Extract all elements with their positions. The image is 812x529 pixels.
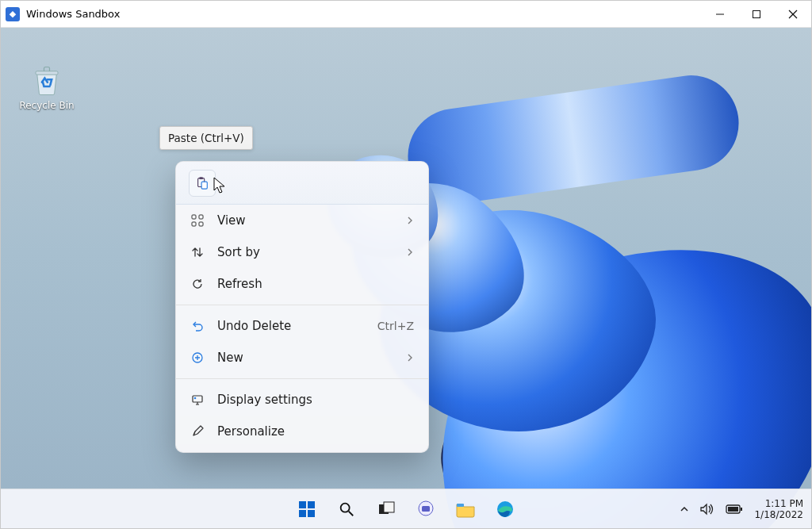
menu-item-view[interactable]: View (176, 205, 428, 236)
menu-separator (176, 305, 428, 305)
chevron-up-icon (680, 504, 689, 514)
edge-icon (496, 500, 515, 519)
menu-label: Personalize (217, 424, 414, 439)
svg-rect-28 (422, 506, 430, 512)
svg-rect-29 (457, 504, 464, 507)
svg-rect-7 (201, 182, 207, 189)
svg-point-18 (194, 397, 197, 400)
titlebar: ◆ Windows Sandbox (1, 1, 811, 28)
desktop[interactable]: Recycle Bin Paste (Ctrl+V) (1, 28, 811, 528)
file-explorer-button[interactable] (450, 493, 481, 525)
menu-label: Sort by (217, 245, 393, 259)
undo-icon (190, 319, 205, 333)
task-view-button[interactable] (370, 493, 402, 525)
svg-rect-33 (728, 507, 738, 512)
windows-logo-icon (297, 500, 316, 519)
edge-button[interactable] (489, 493, 521, 525)
pen-icon (190, 424, 205, 439)
chevron-right-icon (406, 213, 414, 228)
svg-rect-9 (199, 215, 203, 219)
context-menu-action-bar (176, 162, 428, 205)
menu-accelerator: Ctrl+Z (377, 320, 414, 332)
svg-rect-4 (36, 71, 58, 75)
menu-item-sort-by[interactable]: Sort by (176, 236, 428, 268)
svg-rect-19 (299, 501, 306, 508)
svg-rect-6 (199, 177, 203, 179)
svg-rect-20 (308, 501, 315, 508)
menu-label: Undo Delete (217, 319, 365, 333)
menu-item-personalize[interactable]: Personalize (176, 416, 428, 447)
taskbar-clock[interactable]: 1:11 PM 1/18/2022 (754, 498, 803, 520)
start-button[interactable] (291, 493, 323, 525)
system-tray: 1:11 PM 1/18/2022 (680, 489, 803, 528)
recycle-bin-label: Recycle Bin (19, 100, 74, 111)
search-icon (338, 500, 355, 518)
minimize-button[interactable] (702, 1, 738, 28)
menu-item-refresh[interactable]: Refresh (176, 268, 428, 300)
folder-icon (455, 500, 476, 519)
clock-date: 1/18/2022 (754, 509, 803, 520)
view-grid-icon (190, 213, 205, 228)
paste-tooltip: Paste (Ctrl+V) (159, 126, 253, 150)
app-icon: ◆ (6, 7, 20, 21)
svg-rect-22 (308, 510, 315, 517)
menu-label: Refresh (217, 277, 414, 291)
volume-icon (700, 503, 714, 516)
svg-rect-15 (193, 396, 202, 402)
chat-icon (416, 500, 435, 519)
paste-button[interactable] (189, 170, 216, 197)
paste-icon (195, 176, 209, 190)
volume-button[interactable] (700, 503, 714, 516)
recycle-bin[interactable]: Recycle Bin (17, 64, 77, 111)
taskbar: 1:11 PM 1/18/2022 (1, 489, 811, 528)
tray-overflow-button[interactable] (680, 504, 689, 514)
monitor-icon (190, 393, 205, 407)
menu-item-undo-delete[interactable]: Undo Delete Ctrl+Z (176, 310, 428, 342)
menu-item-display-settings[interactable]: Display settings (176, 384, 428, 416)
chevron-right-icon (406, 351, 414, 365)
close-button[interactable] (775, 1, 811, 28)
menu-separator (176, 378, 428, 379)
desktop-context-menu: View Sort by Refresh (175, 161, 429, 453)
menu-label: New (217, 351, 393, 365)
app-window: ◆ Windows Sandbox (0, 0, 812, 529)
plus-circle-icon (190, 351, 205, 365)
search-button[interactable] (331, 493, 362, 525)
menu-label: Display settings (217, 393, 414, 407)
svg-rect-11 (199, 222, 203, 226)
svg-rect-1 (753, 10, 760, 17)
menu-label: View (217, 213, 393, 228)
menu-item-new[interactable]: New (176, 342, 428, 374)
svg-rect-10 (192, 222, 196, 226)
chevron-right-icon (406, 245, 414, 259)
task-view-icon (377, 500, 396, 519)
chat-button[interactable] (410, 493, 442, 525)
maximize-icon (752, 10, 761, 19)
svg-rect-8 (192, 215, 196, 219)
battery-icon (726, 504, 743, 514)
minimize-icon (715, 10, 725, 19)
tooltip-text: Paste (Ctrl+V) (168, 132, 244, 144)
svg-rect-26 (384, 502, 394, 512)
maximize-button[interactable] (738, 1, 775, 28)
close-icon (788, 10, 798, 19)
battery-button[interactable] (726, 504, 743, 514)
clock-time: 1:11 PM (754, 498, 803, 509)
svg-line-24 (349, 511, 354, 516)
sort-icon (190, 245, 205, 259)
svg-rect-21 (299, 510, 306, 517)
recycle-bin-icon (30, 64, 63, 98)
svg-point-23 (341, 503, 350, 512)
svg-rect-32 (741, 508, 742, 511)
refresh-icon (190, 277, 205, 291)
window-title: Windows Sandbox (26, 8, 120, 20)
